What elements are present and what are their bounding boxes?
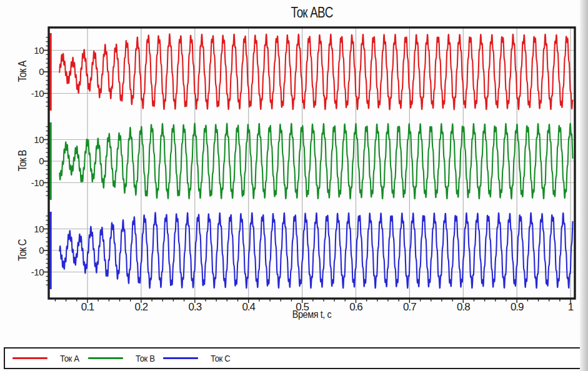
legend-label-tok-c: Ток C <box>211 353 230 364</box>
svg-text:-10: -10 <box>31 88 44 99</box>
legend-item-tok-a: Ток A <box>12 353 81 364</box>
svg-text:0: 0 <box>39 156 44 166</box>
legend: Ток A Ток B Ток C <box>4 347 585 369</box>
svg-text:1: 1 <box>568 301 574 313</box>
waveform-plot: 100-10100-10100-100.10.20.30.40.50.60.70… <box>0 0 588 340</box>
svg-text:10: 10 <box>34 224 44 234</box>
svg-text:-10: -10 <box>31 177 44 188</box>
svg-text:0: 0 <box>39 66 44 77</box>
legend-label-tok-a: Ток A <box>60 353 79 364</box>
svg-text:10: 10 <box>34 134 44 145</box>
legend-item-tok-b: Ток B <box>88 353 156 364</box>
svg-text:10: 10 <box>34 45 44 56</box>
svg-text:0: 0 <box>39 245 44 255</box>
svg-text:-10: -10 <box>31 267 44 277</box>
legend-label-tok-b: Ток B <box>136 353 154 364</box>
legend-swatch-tok-c <box>163 357 198 359</box>
x-axis-label: Время t, с <box>88 309 536 321</box>
legend-swatch-tok-b <box>88 357 123 359</box>
legend-swatch-tok-a <box>12 357 47 359</box>
chart-page: Ток ABC Ток A Ток B Ток C 100-10100-1010… <box>0 0 588 371</box>
legend-item-tok-c: Ток C <box>163 353 231 364</box>
page-edge-shadow <box>580 0 588 371</box>
